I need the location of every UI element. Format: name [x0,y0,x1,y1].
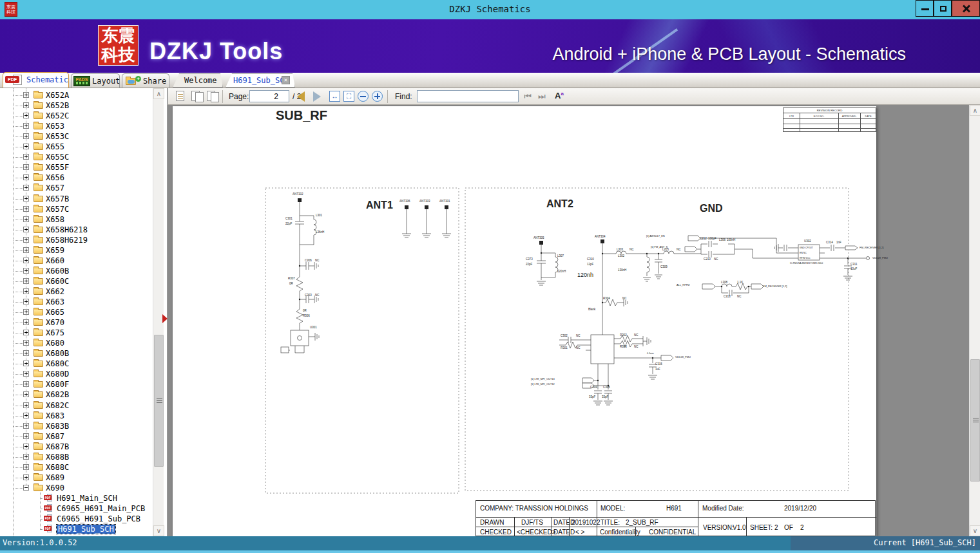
previous-page-icon[interactable] [297,91,305,102]
tree-folder-x652b[interactable]: X652B [0,100,153,111]
tree-folder-x652c[interactable]: X652C [0,111,153,121]
tree-folder-x653c[interactable]: X653C [0,131,153,142]
expand-icon[interactable] [23,391,29,397]
expand-icon[interactable] [23,444,29,449]
tree-folder-x657b[interactable]: X657B [0,194,153,204]
expand-icon[interactable] [23,237,29,243]
tree-folder-x652a[interactable]: X652A [0,90,153,100]
find-previous-icon[interactable]: ⏮ [524,91,534,101]
expand-icon[interactable] [23,133,29,139]
scroll-down-icon[interactable]: ∨ [970,525,980,536]
tree-folder-x675[interactable]: X675 [0,328,153,338]
expand-icon[interactable] [23,113,29,118]
expand-icon[interactable] [23,381,29,387]
expand-icon[interactable] [23,144,29,149]
find-next-icon[interactable]: ⏭ [538,91,548,101]
tree-folder-x662[interactable]: X662 [0,286,153,297]
tree-folder-x658[interactable]: X658 [0,214,153,225]
tree-folder-x687[interactable]: X687 [0,431,153,442]
tree-folder-x655c[interactable]: X655C [0,152,153,162]
scroll-up-icon[interactable]: ∧ [153,88,164,99]
match-case-icon[interactable]: Aa [555,91,564,100]
continuous-pages-icon[interactable] [207,90,220,103]
document-scrollbar-thumb[interactable] [970,359,980,482]
expand-icon[interactable] [23,413,29,418]
tree-folder-x680d[interactable]: X680D [0,369,153,379]
zoom-out-icon[interactable] [358,91,369,102]
tab-layout[interactable]: PADS Layout [71,73,120,88]
expand-icon[interactable] [23,340,29,346]
expand-icon[interactable] [23,371,29,377]
tree-folder-x688b[interactable]: X688B [0,452,153,462]
expand-icon[interactable] [23,154,29,160]
page-number-input[interactable] [249,90,289,102]
expand-icon[interactable] [23,423,29,429]
doc-tab-h691-sub-sch[interactable]: H691_Sub_SCH ✕ [226,73,295,88]
tree-folder-x657[interactable]: X657 [0,183,153,193]
tree-folder-x683b[interactable]: X683B [0,421,153,431]
expand-icon[interactable] [23,299,29,305]
expand-icon[interactable] [23,164,29,170]
single-page-icon[interactable] [175,90,187,103]
tree-folder-x660[interactable]: X660 [0,256,153,266]
tree-file-h691_main_sch[interactable]: PDFH691_Main_SCH [0,493,153,503]
expand-icon[interactable] [23,123,29,129]
sidebar-collapse-icon[interactable] [162,314,168,323]
tree-folder-x680f[interactable]: X680F [0,379,153,389]
find-input[interactable] [417,90,519,102]
expand-icon[interactable] [23,92,29,98]
expand-icon[interactable] [23,216,29,222]
tree-folder-x680[interactable]: X680 [0,338,153,348]
tree-folder-x682b[interactable]: X682B [0,389,153,400]
scroll-down-icon[interactable]: ∨ [153,525,164,536]
expand-icon[interactable] [23,196,29,202]
expand-icon[interactable] [23,206,29,212]
tree-folder-x688c[interactable]: X688C [0,462,153,473]
tree-folder-x687b[interactable]: X687B [0,442,153,452]
expand-icon[interactable] [23,402,29,408]
expand-icon[interactable] [23,330,29,335]
expand-icon[interactable] [23,258,29,263]
tree-folder-x657c[interactable]: X657C [0,204,153,214]
expand-icon[interactable] [23,227,29,232]
tree-folder-x656[interactable]: X656 [0,173,153,183]
expand-icon[interactable] [23,464,29,470]
tree-folder-x659[interactable]: X659 [0,245,153,256]
expand-icon[interactable] [23,102,29,108]
minimize-button[interactable] [916,0,934,17]
tab-close-icon[interactable]: ✕ [282,76,290,84]
expand-icon[interactable] [23,454,29,460]
title-bar[interactable]: 东震科技 DZKJ Schematics [0,0,980,19]
expand-icon[interactable] [23,247,29,253]
collapse-icon[interactable] [23,485,29,491]
expand-icon[interactable] [23,474,29,480]
expand-icon[interactable] [23,309,29,315]
document-area[interactable]: SUB_RFANT1ANT2GND120nhANT302C30122pFL301… [168,105,969,536]
tree-folder-x690[interactable]: X690 [0,483,153,493]
maximize-button[interactable] [934,0,952,17]
close-button[interactable] [952,0,980,17]
tree-folder-x658h6218[interactable]: X658H6218 [0,225,153,235]
zoom-in-icon[interactable] [372,91,383,102]
expand-icon[interactable] [23,278,29,284]
expand-icon[interactable] [23,319,29,325]
tree-file-c6965_h691_main_pcb[interactable]: PDFC6965_H691_Main_PCB [0,503,153,514]
expand-icon[interactable] [23,174,29,180]
expand-icon[interactable] [23,288,29,294]
tree-folder-x660b[interactable]: X660B [0,266,153,276]
expand-icon[interactable] [23,361,29,366]
tree-folder-x680b[interactable]: X680B [0,348,153,359]
fit-page-icon[interactable]: ⛶ [343,91,354,102]
scroll-up-icon[interactable]: ∧ [970,105,980,116]
tree-folder-x689[interactable]: X689 [0,473,153,483]
tree-file-c6965_h691_sub_pcb[interactable]: PDFC6965_H691_Sub_PCB [0,514,153,524]
document-scrollbar[interactable]: ∧ ∨ [969,105,980,536]
expand-icon[interactable] [23,185,29,191]
expand-icon[interactable] [23,268,29,274]
tree-folder-x682c[interactable]: X682C [0,400,153,411]
facing-pages-icon[interactable] [191,90,204,103]
tree-folder-x663[interactable]: X663 [0,297,153,307]
tab-share[interactable]: + Share [122,73,169,88]
fit-width-icon[interactable]: ↔ [329,91,340,102]
tree-folder-x683[interactable]: X683 [0,411,153,421]
